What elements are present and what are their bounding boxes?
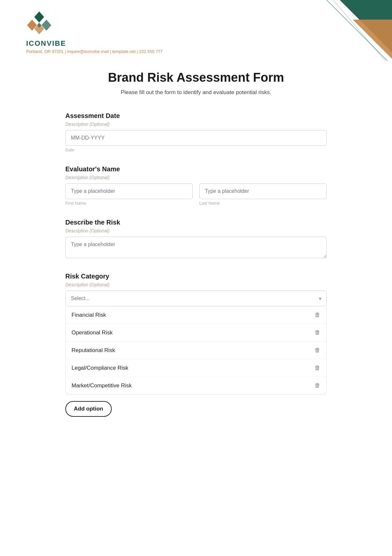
describe-risk-input[interactable] — [65, 237, 327, 258]
risk-category-select[interactable] — [65, 291, 327, 306]
delete-option-icon[interactable]: 🗑 — [315, 382, 320, 389]
section-risk-category: Risk Category Description (Optional) Fin… — [65, 273, 327, 417]
svg-marker-4 — [34, 11, 44, 23]
list-item[interactable]: Legal/Compliance Risk 🗑 — [66, 359, 326, 377]
list-item[interactable]: Reputational Risk 🗑 — [66, 342, 326, 359]
delete-option-icon[interactable]: 🗑 — [315, 312, 320, 318]
section-describe-risk: Describe the Risk Description (Optional) — [65, 219, 327, 260]
option-label: Market/Competitive Risk — [72, 382, 132, 389]
option-label: Financial Risk — [72, 312, 106, 318]
section-desc-evaluators-name: Description (Optional) — [65, 175, 327, 180]
logo-tagline: Portland, OR 97201 | inquire@iconvibe.ma… — [26, 49, 163, 54]
form-subtitle: Please fill out the form to identify and… — [65, 89, 327, 96]
section-evaluators-name: Evaluator's Name Description (Optional) … — [65, 165, 327, 206]
logo-area: ICONVIBE Portland, OR 97201 | inquire@ic… — [26, 10, 366, 54]
section-desc-assessment-date: Description (Optional) — [65, 122, 327, 127]
name-fields: First Name Last Name — [65, 183, 327, 206]
option-label: Reputational Risk — [72, 347, 115, 354]
last-name-group: Last Name — [199, 183, 327, 206]
section-assessment-date: Assessment Date Description (Optional) D… — [65, 112, 327, 152]
list-item[interactable]: Operational Risk 🗑 — [66, 324, 326, 342]
logo-icon — [26, 10, 52, 36]
form-container: Brand Risk Assessment Form Please fill o… — [39, 61, 353, 449]
form-title: Brand Risk Assessment Form — [65, 71, 327, 85]
select-wrapper — [65, 291, 327, 306]
delete-option-icon[interactable]: 🗑 — [315, 347, 320, 354]
section-label-evaluators-name: Evaluator's Name — [65, 165, 327, 173]
list-item[interactable]: Market/Competitive Risk 🗑 — [66, 377, 326, 394]
first-name-hint: First Name — [65, 201, 193, 206]
first-name-group: First Name — [65, 183, 193, 206]
risk-category-options: Financial Risk 🗑 Operational Risk 🗑 Repu… — [65, 306, 327, 395]
last-name-hint: Last Name — [199, 201, 327, 206]
section-label-risk-category: Risk Category — [65, 273, 327, 280]
delete-option-icon[interactable]: 🗑 — [315, 329, 320, 336]
add-option-label: Add option — [74, 406, 103, 412]
section-label-describe-risk: Describe the Risk — [65, 219, 327, 226]
option-label: Operational Risk — [72, 329, 113, 336]
last-name-input[interactable] — [199, 183, 327, 199]
date-hint: Date — [65, 147, 327, 152]
section-desc-describe-risk: Description (Optional) — [65, 228, 327, 233]
header: ICONVIBE Portland, OR 97201 | inquire@ic… — [0, 0, 392, 61]
logo-name: ICONVIBE — [26, 39, 366, 48]
section-desc-risk-category: Description (Optional) — [65, 282, 327, 287]
assessment-date-input[interactable] — [65, 130, 327, 146]
delete-option-icon[interactable]: 🗑 — [315, 364, 320, 371]
option-label: Legal/Compliance Risk — [72, 365, 128, 371]
add-option-button[interactable]: Add option — [65, 401, 112, 417]
first-name-input[interactable] — [65, 183, 193, 199]
section-label-assessment-date: Assessment Date — [65, 112, 327, 120]
list-item[interactable]: Financial Risk 🗑 — [66, 306, 326, 324]
